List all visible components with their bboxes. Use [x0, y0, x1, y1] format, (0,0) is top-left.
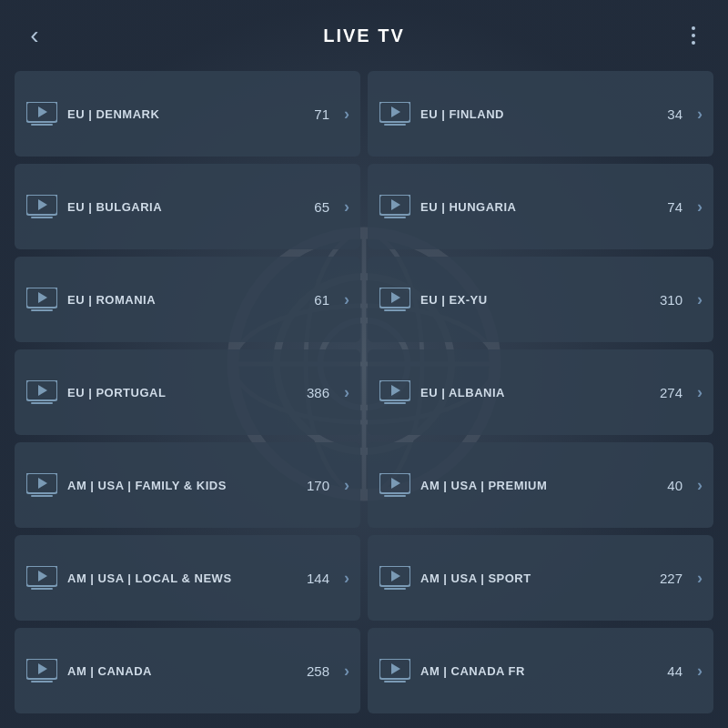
svg-marker-35 [391, 478, 400, 489]
play-icon [379, 287, 411, 312]
svg-marker-32 [38, 478, 47, 489]
card-count: 74 [667, 199, 682, 215]
svg-marker-38 [38, 571, 47, 581]
card-eu-ex-yu[interactable]: EU | EX-YU 310 › [368, 257, 713, 342]
card-label: EU | ROMANIA [67, 293, 305, 307]
card-label: AM | USA | Premium [420, 479, 658, 492]
svg-marker-17 [391, 199, 400, 210]
card-eu-romania[interactable]: EU | ROMANIA 61 › [15, 257, 360, 342]
card-eu-denmark[interactable]: EU | DENMARK 71 › [15, 71, 360, 157]
card-label: EU | PORTUGAL [67, 386, 298, 399]
card-label: EU | DENMARK [67, 107, 305, 121]
chevron-right-icon: › [344, 476, 349, 495]
card-count: 65 [314, 199, 329, 215]
card-label: AM | USA | Local & News [67, 571, 298, 585]
card-label: AM | USA | Family & Kids [67, 479, 298, 492]
card-label: AM | CANADA [67, 664, 298, 678]
chevron-right-icon: › [344, 290, 349, 309]
card-label: AM | USA | Sport [420, 571, 651, 585]
card-am-canada-fr[interactable]: AM | CANADA FR 44 › [368, 628, 713, 713]
menu-button[interactable] [677, 23, 710, 48]
card-count: 258 [307, 663, 329, 679]
card-label: EU | BULGARIA [67, 200, 305, 214]
play-icon [379, 565, 411, 591]
card-am-usa-local[interactable]: AM | USA | Local & News 144 › [15, 535, 360, 621]
card-eu-albania[interactable]: EU | ALBANIA 274 › [368, 349, 713, 435]
play-icon [25, 101, 58, 126]
chevron-right-icon: › [697, 476, 703, 495]
card-label: AM | CANADA FR [420, 664, 658, 678]
chevron-right-icon: › [697, 569, 703, 588]
card-eu-bulgaria[interactable]: EU | BULGARIA 65 › [15, 164, 360, 249]
chevron-right-icon: › [697, 383, 703, 402]
play-icon [25, 194, 58, 219]
menu-dot-3 [692, 41, 695, 45]
channel-grid: EU | DENMARK 71 › EU | FINLAND 34 › [0, 64, 728, 728]
card-label: EU | HUNGARIA [420, 200, 658, 214]
card-count: 61 [314, 292, 329, 308]
card-am-usa-premium[interactable]: AM | USA | Premium 40 › [368, 442, 713, 528]
card-label: EU | EX-YU [420, 293, 651, 307]
card-label: EU | FINLAND [420, 107, 658, 121]
svg-marker-11 [391, 106, 400, 117]
back-button[interactable]: ‹ [18, 23, 51, 48]
card-eu-hungaria[interactable]: EU | HUNGARIA 74 › [368, 164, 713, 249]
svg-marker-23 [391, 292, 400, 303]
header: ‹ LIVE TV [0, 0, 728, 64]
card-count: 144 [307, 571, 329, 586]
card-count: 310 [660, 292, 682, 308]
svg-marker-47 [391, 663, 400, 674]
card-am-usa-sport[interactable]: AM | USA | Sport 227 › [368, 535, 713, 621]
chevron-right-icon: › [697, 662, 703, 681]
card-count: 44 [667, 663, 682, 679]
page-title: LIVE TV [323, 25, 405, 46]
card-count: 40 [667, 478, 682, 493]
chevron-right-icon: › [697, 290, 703, 309]
card-am-canada[interactable]: AM | CANADA 258 › [15, 628, 360, 713]
play-icon [379, 658, 411, 683]
svg-marker-41 [391, 571, 400, 581]
card-count: 274 [660, 385, 682, 400]
menu-dot-2 [692, 34, 695, 37]
play-icon [379, 101, 411, 126]
svg-marker-8 [38, 106, 47, 117]
svg-marker-20 [38, 292, 47, 303]
card-eu-portugal[interactable]: EU | PORTUGAL 386 › [15, 349, 360, 435]
menu-dot-1 [692, 26, 695, 30]
chevron-right-icon: › [344, 197, 349, 217]
play-icon [379, 194, 411, 219]
play-icon [379, 472, 411, 498]
card-count: 71 [314, 106, 329, 122]
card-eu-finland[interactable]: EU | FINLAND 34 › [368, 71, 713, 157]
chevron-right-icon: › [344, 662, 349, 681]
card-count: 170 [307, 478, 329, 493]
chevron-right-icon: › [344, 383, 349, 402]
card-count: 34 [667, 106, 682, 122]
play-icon [379, 379, 411, 405]
play-icon [25, 565, 58, 591]
card-am-usa-family[interactable]: AM | USA | Family & Kids 170 › [15, 442, 360, 528]
card-label: EU | ALBANIA [420, 386, 651, 399]
card-count: 227 [660, 571, 682, 586]
play-icon [25, 658, 58, 683]
play-icon [25, 287, 58, 312]
card-count: 386 [307, 385, 329, 400]
play-icon [25, 472, 58, 498]
svg-marker-29 [391, 385, 400, 396]
play-icon [25, 379, 58, 405]
chevron-right-icon: › [697, 197, 703, 217]
chevron-right-icon: › [344, 569, 349, 588]
svg-marker-14 [38, 199, 47, 210]
chevron-right-icon: › [344, 105, 349, 124]
svg-marker-26 [38, 385, 47, 396]
svg-marker-44 [38, 663, 47, 674]
chevron-right-icon: › [697, 105, 703, 124]
